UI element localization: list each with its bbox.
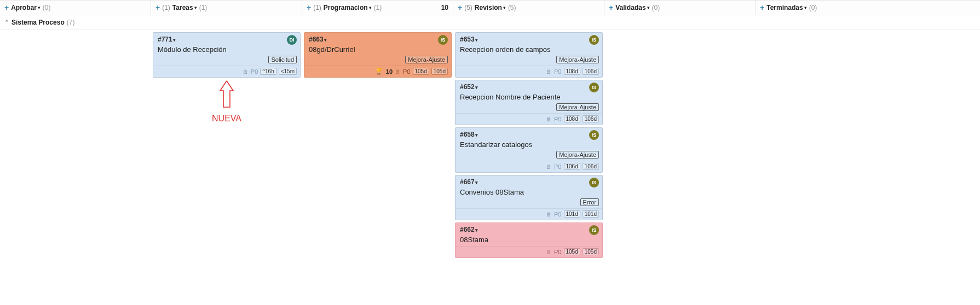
arrow-up-icon [218,80,235,110]
card-time-a: 101d [564,210,580,218]
avatar[interactable]: IS [589,83,599,92]
card-667[interactable]: #667▾ IS Convenios 08Stama Error 🗎 P0 10… [455,175,603,220]
column-aprobar [0,32,151,260]
chevron-down-icon[interactable]: ▾ [194,5,197,10]
card-time-b: 101d [583,210,599,218]
card-time-b: 106d [583,115,599,122]
card-663[interactable]: #663▾ IS 08gd/DrCurriel Mejora-Ajuste 🏆 … [304,32,452,78]
card-priority: P0 [554,211,561,218]
column-wip-limit: 10 [441,4,448,11]
card-time-a: 106d [564,163,580,170]
column-name: Terminadas [766,4,803,11]
card-time-a: ^16h [260,68,276,75]
card-title: 08gd/DrCurriel [304,45,451,56]
plus-icon[interactable]: + [4,4,9,11]
collapse-icon[interactable]: ⌃ [4,19,9,26]
kanban-board: #771▾ DI Módulo de Recepción Solicitud 🗎… [0,30,980,262]
card-653[interactable]: #653▾ IS Recepcion orden de campos Mejor… [455,32,603,78]
avatar[interactable]: IS [589,130,599,140]
card-time-a: 105d [413,68,429,75]
document-icon: 🗎 [546,68,552,75]
column-count: (0) [43,4,51,11]
chevron-down-icon: ▾ [475,37,478,43]
column-revision: #653▾ IS Recepcion orden de campos Mejor… [453,32,604,260]
swimlane-count: (7) [67,19,75,26]
chevron-down-icon[interactable]: ▾ [38,5,41,10]
column-headers: + Aprobar ▾ (0) + (1) Tareas ▾ (1) + (1)… [0,0,980,15]
card-title: Recepcion Nombre de Paciente [456,93,602,103]
avatar[interactable]: IS [589,225,599,235]
column-header-programacion[interactable]: + (1) Programacion ▾ (1) 10 [302,1,453,15]
card-tag[interactable]: Mejora-Ajuste [556,56,599,63]
plus-icon[interactable]: + [760,4,764,11]
card-tag[interactable]: Mejora-Ajuste [556,103,599,111]
avatar[interactable]: IS [438,35,448,45]
column-precount: (5) [464,4,472,11]
document-icon: 🗎 [546,116,552,122]
card-title: Módulo de Recepción [153,45,300,56]
column-header-revision[interactable]: + (5) Revision ▾ (5) [453,1,604,15]
card-662[interactable]: #662▾ IS 08Stama 🗎 P0 105d105d [455,222,603,258]
card-time-a: 108d [564,68,580,75]
column-header-tareas[interactable]: + (1) Tareas ▾ (1) [151,1,302,15]
plus-icon[interactable]: + [155,4,160,11]
swimlane-name: Sistema Proceso [11,19,65,26]
card-tag[interactable]: Mejora-Ajuste [405,56,448,63]
column-header-validadas[interactable]: + Validadas ▾ (0) [604,1,756,15]
chevron-down-icon[interactable]: ▾ [369,5,372,10]
plus-icon[interactable]: + [609,4,613,11]
trophy-icon: 🏆 [375,68,383,75]
card-id[interactable]: #663▾ [309,36,327,43]
card-title: Convenios 08Stama [456,188,602,198]
column-header-terminadas[interactable]: + Terminadas ▾ (0) [756,1,980,15]
card-time-b: <15m [279,68,297,75]
avatar[interactable]: IS [589,178,599,187]
column-count: (0) [652,4,660,11]
card-771[interactable]: #771▾ DI Módulo de Recepción Solicitud 🗎… [153,32,301,78]
plus-icon[interactable]: + [307,4,311,11]
column-programacion: #663▾ IS 08gd/DrCurriel Mejora-Ajuste 🏆 … [302,32,453,260]
swimlane-header[interactable]: ⌃ Sistema Proceso (7) [0,15,980,30]
column-name: Validadas [615,4,645,11]
chevron-down-icon[interactable]: ▾ [804,5,807,10]
chevron-down-icon: ▾ [324,37,327,43]
card-time-b: 106d [583,163,599,170]
card-id[interactable]: #771▾ [158,36,176,43]
chevron-down-icon[interactable]: ▾ [503,5,506,10]
annotation-label: NUEVA [153,114,301,124]
card-tag[interactable]: Error [580,198,599,206]
annotation: NUEVA [153,80,301,124]
column-count: (0) [809,4,817,11]
card-priority: P0 [554,68,561,75]
column-terminadas [756,32,980,260]
column-name: Tareas [172,4,193,11]
card-658[interactable]: #658▾ IS Estandarizar catalogos Mejora-A… [455,127,603,173]
avatar[interactable]: IS [589,35,599,45]
column-validadas [604,32,756,260]
card-id[interactable]: #658▾ [460,131,478,138]
column-precount: (1) [162,4,170,11]
card-title: 08Stama [456,236,602,246]
avatar[interactable]: DI [287,35,297,45]
chevron-down-icon: ▾ [475,180,478,185]
document-icon: 🗎 [243,68,249,75]
column-name: Programacion [324,4,368,11]
card-time-b: 105d [431,68,448,75]
column-count: (5) [508,4,516,11]
column-header-aprobar[interactable]: + Aprobar ▾ (0) [0,1,151,15]
plus-icon[interactable]: + [458,4,462,11]
card-id[interactable]: #653▾ [460,36,478,43]
column-name: Aprobar [11,4,37,11]
column-count: (1) [199,4,207,11]
card-priority: P0 [554,249,561,255]
card-id[interactable]: #662▾ [460,226,478,233]
card-tag[interactable]: Solicitud [268,56,297,63]
column-precount: (1) [313,4,321,11]
card-652[interactable]: #652▾ IS Recepcion Nombre de Paciente Me… [455,80,603,125]
card-votes: 10 [386,68,393,75]
chevron-down-icon[interactable]: ▾ [647,5,650,10]
card-tag[interactable]: Mejora-Ajuste [556,151,599,159]
card-id[interactable]: #667▾ [460,178,478,186]
card-id[interactable]: #652▾ [460,83,478,91]
chevron-down-icon: ▾ [475,85,478,90]
